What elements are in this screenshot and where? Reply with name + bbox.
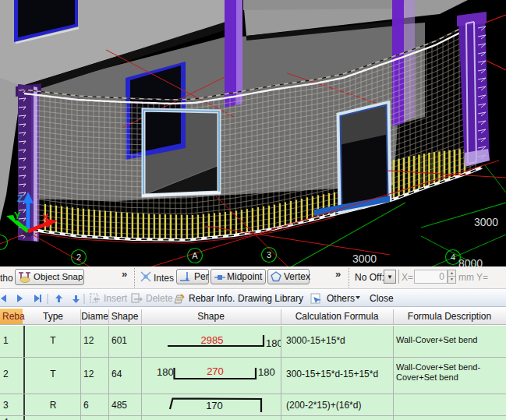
svg-text:270: 270 [207, 365, 224, 377]
svg-text:3: 3 [267, 250, 271, 259]
svg-text:180: 180 [157, 366, 174, 378]
svg-text:180: 180 [266, 337, 281, 349]
svg-text:2985: 2985 [201, 334, 224, 346]
svg-text:4: 4 [451, 252, 455, 262]
svg-text:Y: Y [14, 210, 21, 221]
svg-text:8000: 8000 [458, 257, 483, 266]
svg-text:A: A [192, 251, 198, 260]
svg-text:3000: 3000 [352, 252, 377, 265]
svg-text:Z: Z [17, 192, 23, 204]
svg-text:2: 2 [76, 252, 81, 262]
svg-text:180: 180 [258, 366, 275, 378]
svg-text:3000: 3000 [474, 216, 498, 228]
svg-text:X: X [42, 211, 49, 223]
svg-text:170: 170 [206, 400, 223, 411]
